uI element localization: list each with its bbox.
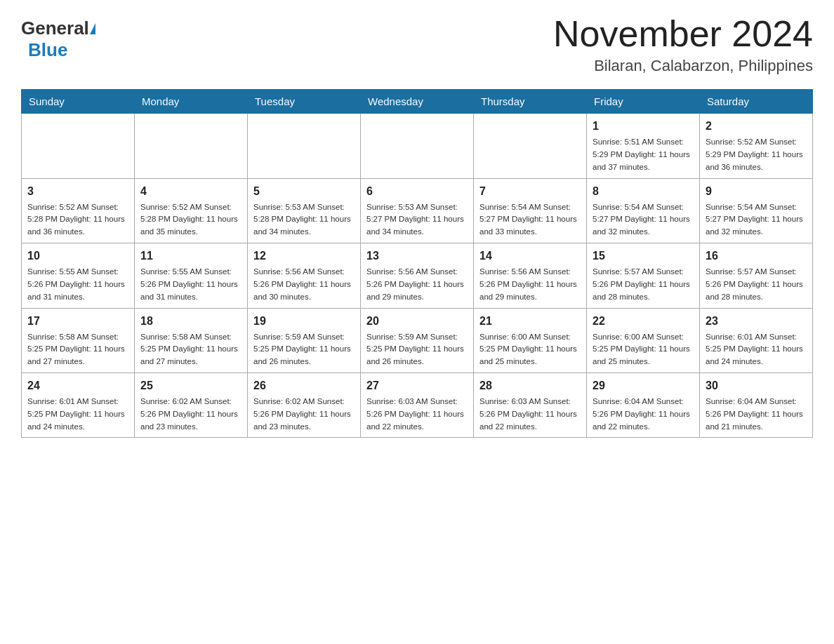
day-info: Sunrise: 6:03 AM Sunset: 5:26 PM Dayligh… xyxy=(366,396,468,433)
day-number: 21 xyxy=(479,313,581,330)
day-number: 13 xyxy=(366,248,468,264)
weekday-header-thursday: Thursday xyxy=(474,90,587,114)
day-number: 27 xyxy=(366,377,468,394)
day-number: 9 xyxy=(706,183,807,200)
calendar-cell: 6Sunrise: 5:53 AM Sunset: 5:27 PM Daylig… xyxy=(361,178,474,243)
day-info: Sunrise: 6:04 AM Sunset: 5:26 PM Dayligh… xyxy=(593,396,694,433)
day-info: Sunrise: 5:54 AM Sunset: 5:27 PM Dayligh… xyxy=(593,201,694,239)
location-text: Bilaran, Calabarzon, Philippines xyxy=(553,57,813,75)
calendar-table: SundayMondayTuesdayWednesdayThursdayFrid… xyxy=(21,89,813,438)
calendar-cell: 16Sunrise: 5:57 AM Sunset: 5:26 PM Dayli… xyxy=(700,243,813,308)
weekday-header-row: SundayMondayTuesdayWednesdayThursdayFrid… xyxy=(22,90,813,114)
day-number: 7 xyxy=(479,183,581,200)
day-info: Sunrise: 6:01 AM Sunset: 5:25 PM Dayligh… xyxy=(706,331,807,368)
day-number: 28 xyxy=(479,377,581,394)
calendar-cell: 18Sunrise: 5:58 AM Sunset: 5:25 PM Dayli… xyxy=(135,308,248,373)
calendar-cell: 23Sunrise: 6:01 AM Sunset: 5:25 PM Dayli… xyxy=(700,308,813,373)
day-info: Sunrise: 5:54 AM Sunset: 5:27 PM Dayligh… xyxy=(706,201,807,239)
calendar-cell xyxy=(135,114,248,178)
logo-arrow-icon xyxy=(90,23,95,34)
title-area: November 2024 Bilaran, Calabarzon, Phili… xyxy=(553,14,813,75)
day-info: Sunrise: 5:54 AM Sunset: 5:27 PM Dayligh… xyxy=(479,201,581,239)
calendar-cell: 1Sunrise: 5:51 AM Sunset: 5:29 PM Daylig… xyxy=(587,114,700,178)
day-info: Sunrise: 6:00 AM Sunset: 5:25 PM Dayligh… xyxy=(479,331,581,368)
calendar-cell: 21Sunrise: 6:00 AM Sunset: 5:25 PM Dayli… xyxy=(474,308,587,373)
calendar-cell: 7Sunrise: 5:54 AM Sunset: 5:27 PM Daylig… xyxy=(474,178,587,243)
day-number: 4 xyxy=(140,183,241,200)
calendar-cell: 11Sunrise: 5:55 AM Sunset: 5:26 PM Dayli… xyxy=(135,243,248,308)
calendar-cell: 20Sunrise: 5:59 AM Sunset: 5:25 PM Dayli… xyxy=(361,308,474,373)
calendar-cell: 4Sunrise: 5:52 AM Sunset: 5:28 PM Daylig… xyxy=(135,178,248,243)
day-info: Sunrise: 6:02 AM Sunset: 5:26 PM Dayligh… xyxy=(253,396,355,433)
weekday-header-tuesday: Tuesday xyxy=(248,90,361,114)
day-info: Sunrise: 5:56 AM Sunset: 5:26 PM Dayligh… xyxy=(479,266,581,303)
day-number: 14 xyxy=(479,248,581,264)
day-info: Sunrise: 5:56 AM Sunset: 5:26 PM Dayligh… xyxy=(253,266,355,303)
day-info: Sunrise: 6:04 AM Sunset: 5:26 PM Dayligh… xyxy=(706,396,807,433)
calendar-cell: 5Sunrise: 5:53 AM Sunset: 5:28 PM Daylig… xyxy=(248,178,361,243)
day-info: Sunrise: 6:01 AM Sunset: 5:25 PM Dayligh… xyxy=(27,396,128,433)
weekday-header-wednesday: Wednesday xyxy=(361,90,474,114)
day-info: Sunrise: 5:52 AM Sunset: 5:28 PM Dayligh… xyxy=(27,201,128,239)
calendar-cell: 2Sunrise: 5:52 AM Sunset: 5:29 PM Daylig… xyxy=(700,114,813,178)
calendar-cell: 29Sunrise: 6:04 AM Sunset: 5:26 PM Dayli… xyxy=(587,373,700,437)
day-info: Sunrise: 5:58 AM Sunset: 5:25 PM Dayligh… xyxy=(140,331,241,368)
calendar-cell xyxy=(474,114,587,178)
calendar-row-0: 1Sunrise: 5:51 AM Sunset: 5:29 PM Daylig… xyxy=(22,114,813,178)
calendar-cell: 28Sunrise: 6:03 AM Sunset: 5:26 PM Dayli… xyxy=(474,373,587,437)
calendar-row-4: 24Sunrise: 6:01 AM Sunset: 5:25 PM Dayli… xyxy=(22,373,813,437)
day-number: 6 xyxy=(366,183,468,200)
calendar-cell: 22Sunrise: 6:00 AM Sunset: 5:25 PM Dayli… xyxy=(587,308,700,373)
calendar-row-2: 10Sunrise: 5:55 AM Sunset: 5:26 PM Dayli… xyxy=(22,243,813,308)
calendar-cell: 15Sunrise: 5:57 AM Sunset: 5:26 PM Dayli… xyxy=(587,243,700,308)
day-number: 2 xyxy=(706,118,807,135)
page-header: General Blue November 2024 Bilaran, Cala… xyxy=(21,14,813,75)
calendar-cell: 3Sunrise: 5:52 AM Sunset: 5:28 PM Daylig… xyxy=(22,178,135,243)
logo: General Blue xyxy=(21,14,96,61)
calendar-cell: 9Sunrise: 5:54 AM Sunset: 5:27 PM Daylig… xyxy=(700,178,813,243)
day-number: 10 xyxy=(27,248,128,264)
calendar-cell: 12Sunrise: 5:56 AM Sunset: 5:26 PM Dayli… xyxy=(248,243,361,308)
calendar-cell: 13Sunrise: 5:56 AM Sunset: 5:26 PM Dayli… xyxy=(361,243,474,308)
day-info: Sunrise: 5:55 AM Sunset: 5:26 PM Dayligh… xyxy=(27,266,128,303)
day-number: 20 xyxy=(366,313,468,330)
calendar-cell xyxy=(22,114,135,178)
day-number: 24 xyxy=(27,377,128,394)
day-number: 8 xyxy=(593,183,694,200)
calendar-cell: 25Sunrise: 6:02 AM Sunset: 5:26 PM Dayli… xyxy=(135,373,248,437)
day-number: 3 xyxy=(27,183,128,200)
day-number: 16 xyxy=(706,248,807,264)
day-info: Sunrise: 5:52 AM Sunset: 5:29 PM Dayligh… xyxy=(706,136,807,173)
weekday-header-sunday: Sunday xyxy=(22,90,135,114)
calendar-cell: 10Sunrise: 5:55 AM Sunset: 5:26 PM Dayli… xyxy=(22,243,135,308)
day-number: 5 xyxy=(253,183,355,200)
logo-blue-text: Blue xyxy=(28,39,67,61)
day-number: 26 xyxy=(253,377,355,394)
weekday-header-monday: Monday xyxy=(135,90,248,114)
day-number: 30 xyxy=(706,377,807,394)
day-info: Sunrise: 5:57 AM Sunset: 5:26 PM Dayligh… xyxy=(706,266,807,303)
day-info: Sunrise: 6:00 AM Sunset: 5:25 PM Dayligh… xyxy=(593,331,694,368)
calendar-cell: 30Sunrise: 6:04 AM Sunset: 5:26 PM Dayli… xyxy=(700,373,813,437)
day-number: 29 xyxy=(593,377,694,394)
day-info: Sunrise: 5:57 AM Sunset: 5:26 PM Dayligh… xyxy=(593,266,694,303)
day-info: Sunrise: 5:53 AM Sunset: 5:27 PM Dayligh… xyxy=(366,201,468,239)
weekday-header-saturday: Saturday xyxy=(700,90,813,114)
calendar-cell: 26Sunrise: 6:02 AM Sunset: 5:26 PM Dayli… xyxy=(248,373,361,437)
day-number: 18 xyxy=(140,313,241,330)
weekday-header-friday: Friday xyxy=(587,90,700,114)
day-number: 1 xyxy=(593,118,694,135)
day-number: 12 xyxy=(253,248,355,264)
day-number: 19 xyxy=(253,313,355,330)
day-info: Sunrise: 5:56 AM Sunset: 5:26 PM Dayligh… xyxy=(366,266,468,303)
month-title: November 2024 xyxy=(553,14,813,54)
day-number: 25 xyxy=(140,377,241,394)
day-info: Sunrise: 5:58 AM Sunset: 5:25 PM Dayligh… xyxy=(27,331,128,368)
calendar-cell: 19Sunrise: 5:59 AM Sunset: 5:25 PM Dayli… xyxy=(248,308,361,373)
day-info: Sunrise: 6:03 AM Sunset: 5:26 PM Dayligh… xyxy=(479,396,581,433)
day-info: Sunrise: 5:53 AM Sunset: 5:28 PM Dayligh… xyxy=(253,201,355,239)
day-number: 22 xyxy=(593,313,694,330)
day-info: Sunrise: 5:59 AM Sunset: 5:25 PM Dayligh… xyxy=(366,331,468,368)
day-info: Sunrise: 5:52 AM Sunset: 5:28 PM Dayligh… xyxy=(140,201,241,239)
day-info: Sunrise: 6:02 AM Sunset: 5:26 PM Dayligh… xyxy=(140,396,241,433)
